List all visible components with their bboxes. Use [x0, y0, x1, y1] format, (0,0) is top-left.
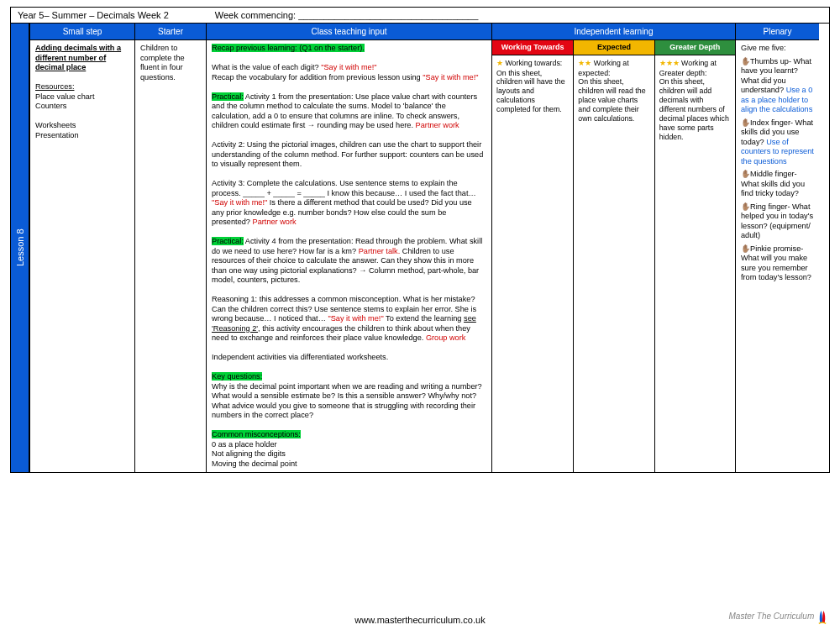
group-work: Group work — [426, 333, 466, 342]
smallstep-cell: Adding decimals with a different number … — [29, 40, 134, 472]
misconception: Moving the decimal point — [212, 459, 486, 470]
star-icon: ★ — [496, 59, 503, 67]
lesson-number-tab: Lesson 8 — [11, 24, 29, 472]
brand-logo-icon — [816, 608, 828, 625]
teaching-text: Recap the vocabulary for addition from p… — [212, 73, 423, 81]
greater-depth-cell: ★★★ Working at Greater depth: On this sh… — [654, 55, 735, 472]
lesson-grid: Lesson 8 Small step Starter Class teachi… — [11, 24, 829, 472]
independent-cell: Working Towards Expected Greater Depth ★… — [491, 40, 735, 472]
greater-depth-head: Greater Depth — [654, 40, 735, 55]
col-plenary: Plenary — [735, 24, 819, 40]
footer-url: www.masterthecurriculum.co.uk — [0, 615, 840, 625]
col-independent: Independent learning — [491, 24, 735, 40]
misconceptions-label: Common misconceptions: — [212, 430, 301, 438]
resource-item: Place value chart — [35, 92, 129, 102]
col-starter: Starter — [134, 24, 206, 40]
practical-label: Practical: — [212, 237, 244, 245]
star-icon: ★★ — [578, 59, 591, 67]
resources-label: Resources: — [35, 82, 129, 92]
key-questions-label: Key questions: — [212, 372, 262, 381]
resource-item: Worksheets — [35, 121, 129, 131]
columns-grid: Small step Starter Class teaching input … — [29, 24, 829, 472]
teaching-text: What is the value of each digit? — [212, 63, 321, 71]
starter-cell: Children to complete the fluent in four … — [134, 40, 206, 472]
teaching-text: Activity 2: Using the pictorial images, … — [212, 140, 486, 170]
star-icon: ★★★ — [659, 59, 680, 67]
working-towards-cell: ★ Working towards: On this sheet, childr… — [492, 55, 573, 472]
say-it-with-me: "Say it with me!" — [212, 198, 267, 207]
misconception: 0 as a place holder — [212, 440, 486, 450]
plenary-title: Give me five: — [741, 44, 814, 54]
partner-work: Partner work — [253, 218, 297, 226]
teaching-text: Activity 3: Complete the calculations. U… — [212, 179, 476, 197]
teaching-text: Independent activities via differentiate… — [212, 353, 486, 363]
col-smallstep: Small step — [29, 24, 134, 40]
teaching-cell: Recap previous learning: (Q1 on the star… — [206, 40, 491, 472]
expected-cell: ★★ Working at expected: On this sheet, c… — [573, 55, 654, 472]
working-towards-head: Working Towards — [492, 40, 573, 55]
teaching-text: To extend the learning — [384, 314, 464, 323]
gd-text: On this sheet, children will add decimal… — [659, 77, 729, 141]
practical-label: Practical: — [212, 92, 244, 101]
ex-text: On this sheet, children will read the pl… — [578, 77, 645, 123]
plenary-cell: Give me five: ✋🏽Thumbs up- What have you… — [735, 40, 819, 472]
document-header: Year 5– Summer – Decimals Week 2 Week co… — [11, 8, 829, 24]
col-teaching: Class teaching input — [206, 24, 491, 40]
say-it-with-me: "Say it with me!" — [321, 63, 376, 71]
recap-heading: Recap previous learning: (Q1 on the star… — [212, 44, 365, 52]
plenary-prompt: ✋🏽Pinkie promise- What will you make sur… — [741, 244, 814, 283]
wt-intro: Working towards: — [503, 59, 562, 67]
wt-text: On this sheet, children will have the la… — [496, 69, 565, 114]
differentiation-grid: Working Towards Expected Greater Depth ★… — [492, 40, 735, 472]
brand-text: Master The Curriculum — [729, 612, 815, 621]
term-title: Year 5– Summer – Decimals Week 2 — [18, 10, 169, 20]
plenary-prompt: ✋🏽Middle finger- What skills did you fin… — [741, 170, 814, 199]
week-commencing: Week commencing: _______________________… — [215, 10, 479, 20]
misconception: Not aligning the digits — [212, 449, 486, 459]
plenary-prompt: ✋🏽Ring finger- What helped you in today'… — [741, 202, 814, 241]
say-it-with-me: "Say it with me!" — [423, 73, 478, 81]
step-title: Adding decimals with a different number … — [35, 44, 129, 73]
partner-talk: Partner talk. — [359, 247, 401, 255]
partner-work: Partner work — [416, 121, 459, 129]
resource-item: Presentation — [35, 131, 129, 141]
lesson-plan: Year 5– Summer – Decimals Week 2 Week co… — [10, 7, 830, 473]
resource-item: Counters — [35, 102, 129, 112]
expected-head: Expected — [573, 40, 654, 55]
key-questions: Why is the decimal point important when … — [212, 382, 486, 421]
brand-watermark: Master The Curriculum — [729, 608, 828, 625]
say-it-with-me: "Say it with me!" — [328, 314, 383, 323]
